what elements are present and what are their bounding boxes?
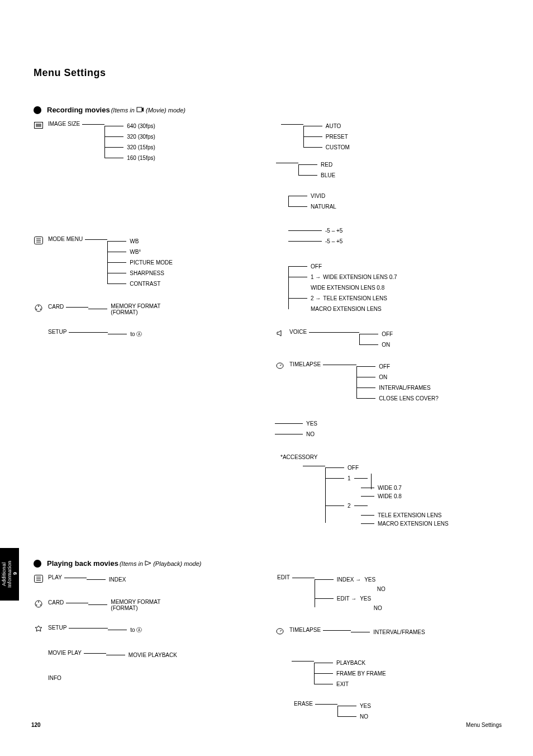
root-label: MODE MENU — [46, 236, 85, 242]
card-icon — [34, 600, 44, 608]
svg-marker-13 — [145, 561, 151, 565]
camera-picture-mode-children: VIVID NATURAL — [288, 191, 499, 212]
voice-icon — [275, 329, 285, 337]
card-label: CARD — [46, 304, 66, 310]
page-title: Menu Settings — [34, 67, 499, 79]
movie-playback-children: PLAYBACK FRAME BY FRAME EXIT — [292, 658, 499, 689]
svg-point-8 — [38, 306, 39, 307]
camera-wbz-children: RED BLUE — [276, 159, 499, 181]
root-label: IMAGE SIZE — [46, 121, 82, 127]
svg-line-23 — [280, 630, 282, 631]
playback-right-col: EDIT INDEX →YES NO EDIT →YES NO T — [275, 574, 499, 736]
camera-wb-children: . AUTO PRESET CUSTOM — [275, 121, 499, 153]
memory-format-label: MEMORY FORMAT(FORMAT) — [111, 303, 160, 315]
timelapse-tree: TIMELAPSE OFF ON INTERVAL/FRAMES CLOSE L… — [275, 361, 499, 404]
playback-card-tree: CARD MEMORY FORMAT(FORMAT) — [34, 599, 258, 610]
playback-timelapse-tree: TIMELAPSE INTERVAL/FRAMES — [275, 627, 499, 637]
page-footer: 120 Menu Settings — [0, 722, 533, 728]
to-A: to Ⓐ — [130, 331, 142, 337]
movie-left-col: IMAGE SIZE 640 (30fps) 320 (30fps) 320 (… — [34, 121, 258, 542]
mode-menu-icon — [34, 575, 44, 583]
movie-columns: IMAGE SIZE 640 (30fps) 320 (30fps) 320 (… — [34, 121, 499, 542]
acc-1: 1 → — [311, 274, 321, 280]
accessory-note: *ACCESSORY OFF 1 — [275, 454, 499, 528]
playback-columns: PLAY INDEX CARD MEMORY FORMAT(FORMAT) — [34, 574, 499, 736]
svg-point-10 — [40, 309, 41, 310]
setup-label: SETUP — [46, 329, 69, 335]
svg-rect-0 — [137, 107, 142, 112]
playback-setup-tree: SETUP to Ⓐ — [34, 625, 258, 635]
section-movie-header: Recording movies (Items in (Movie) mode) — [34, 106, 499, 114]
memory-format-label: MEMORY FORMAT(FORMAT) — [111, 599, 160, 611]
accessory-children: OFF 1 →WIDE EXTENSION LENS 0.7 WIDE EXTE… — [288, 261, 499, 314]
movie-play-tree: MOVIE PLAY MOVIE PLAYBACK — [46, 650, 258, 660]
voice-tree: VOICE OFF ON — [275, 329, 499, 350]
info-tree: INFO — [46, 675, 258, 681]
timelapse-icon — [275, 362, 285, 370]
movie-mode-menu-tree: MODE MENU WB WB± PICTURE MODE SHARPNESS … — [34, 236, 258, 289]
movie-setup-tree: SETUP to Ⓐ — [46, 329, 258, 339]
no: NO — [306, 431, 315, 437]
section-playback-sub: (Items in (Playback) mode) — [120, 560, 202, 567]
movie-mode-icon — [136, 107, 144, 112]
acc-2: 2 → — [311, 295, 321, 301]
erase-tree: ERASE YES NO — [292, 701, 499, 722]
svg-point-9 — [36, 309, 37, 310]
playback-left-col: PLAY INDEX CARD MEMORY FORMAT(FORMAT) — [34, 574, 258, 736]
sharpness-contrast-children: -5 – +5 -5 – +5 — [288, 225, 499, 247]
footer-title: Menu Settings — [466, 722, 502, 728]
svg-rect-2 — [36, 124, 41, 127]
svg-point-20 — [36, 604, 37, 606]
section-playback-title: Playing back movies — [47, 559, 118, 568]
yes: YES — [306, 420, 317, 427]
movie-right-col: . AUTO PRESET CUSTOM RED — [275, 121, 499, 542]
page-number: 120 — [31, 722, 41, 728]
playback-mode-icon — [145, 560, 151, 566]
wbz-label: WB± — [130, 248, 141, 255]
edit-tree: EDIT INDEX →YES NO EDIT →YES NO — [275, 574, 499, 612]
section-movie-title: Recording movies — [47, 106, 110, 114]
section-playback-header: Playing back movies (Items in (Playback)… — [34, 559, 499, 568]
svg-line-12 — [280, 365, 282, 366]
memory-format-children: YES NO — [275, 418, 499, 440]
edit-index: INDEX → — [337, 577, 361, 583]
mode-menu-icon — [34, 237, 44, 244]
page: Menu Settings Recording movies (Items in… — [0, 0, 533, 756]
bullet-icon — [34, 106, 41, 114]
timelapse-icon — [275, 627, 285, 635]
setup-icon — [34, 625, 44, 633]
svg-point-19 — [38, 602, 39, 603]
card-icon — [34, 304, 44, 312]
edit-edit: EDIT → — [337, 596, 356, 602]
svg-point-21 — [40, 604, 41, 606]
to-A: to Ⓐ — [130, 627, 142, 633]
image-size-icon — [34, 121, 44, 129]
image-size-tree: IMAGE SIZE 640 (30fps) 320 (30fps) 320 (… — [34, 121, 258, 163]
bullet-icon — [34, 560, 41, 568]
movie-card-tree: CARD MEMORY FORMAT(FORMAT) — [34, 304, 258, 314]
side-tab: Additional Information 9 — [0, 548, 19, 601]
section-movie-sub: (Items in (Movie) mode) — [111, 107, 185, 114]
playback-mode-menu-tree: PLAY INDEX — [34, 574, 258, 585]
